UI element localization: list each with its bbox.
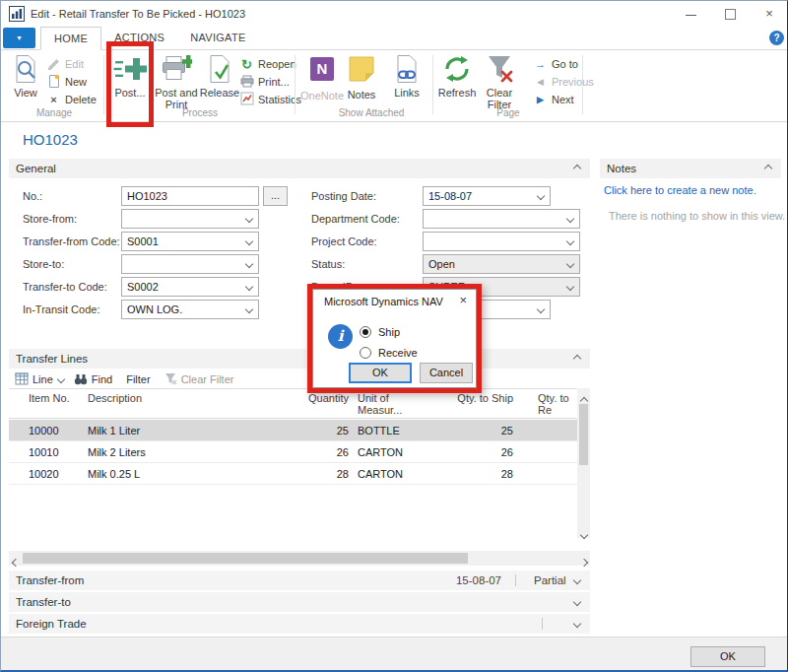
radio-ship[interactable]: [360, 326, 371, 338]
combo-chevron-icon: [245, 215, 253, 223]
edit-button[interactable]: Edit: [46, 56, 84, 72]
combo-chevron-icon: [245, 283, 253, 291]
find-button[interactable]: Find: [92, 373, 112, 385]
table-vertical-scrollbar[interactable]: [577, 388, 590, 538]
column-header-uom[interactable]: Unit of Measur...: [358, 392, 415, 416]
new-button[interactable]: New: [46, 74, 87, 90]
scrollbar-thumb[interactable]: [579, 404, 588, 465]
radio-ship-label[interactable]: Ship: [378, 326, 400, 338]
scrollbar-thumb[interactable]: [23, 553, 468, 564]
clear-filter-lines-button[interactable]: Clear Filter: [181, 373, 234, 385]
scroll-up-icon[interactable]: [577, 390, 590, 403]
dialog-cancel-button[interactable]: Cancel: [420, 363, 473, 383]
radio-receive[interactable]: [360, 347, 371, 359]
printer-plus-icon: [154, 54, 199, 85]
maximize-button[interactable]: [715, 1, 745, 27]
notes-panel-header[interactable]: Notes: [600, 159, 781, 178]
release-button[interactable]: Release: [199, 54, 240, 99]
group-label-manage: Manage: [7, 107, 101, 118]
combo-chevron-icon: [537, 305, 545, 313]
tab-home[interactable]: HOME: [40, 27, 101, 50]
in-transit-code-field[interactable]: OWN LOG.: [121, 300, 259, 319]
refresh-arrows-icon: [434, 54, 480, 85]
table-row[interactable]: 10000 Milk 1 Liter 25 BOTTLE 25: [9, 420, 577, 441]
refresh-button[interactable]: Refresh: [434, 54, 480, 99]
fasttab-general[interactable]: General: [9, 159, 590, 178]
view-button[interactable]: View: [7, 54, 44, 99]
fasttab-transfer-lines[interactable]: Transfer Lines: [9, 349, 590, 369]
table-horizontal-scrollbar[interactable]: [9, 551, 590, 566]
column-header-qty-to-receive[interactable]: Qty. to Re: [538, 392, 579, 416]
previous-button[interactable]: ◀ Previous: [533, 74, 594, 90]
scroll-right-icon[interactable]: [577, 552, 590, 565]
clear-filter-button[interactable]: Clear Filter: [478, 54, 521, 110]
tab-navigate[interactable]: NAVIGATE: [177, 27, 258, 50]
no-field[interactable]: HO1023: [121, 186, 259, 206]
table-row[interactable]: 10010 Milk 2 Liters 26 CARTON 26: [9, 441, 577, 463]
minimize-button[interactable]: [676, 1, 705, 27]
combo-chevron-icon: [566, 283, 574, 291]
no-assist-button[interactable]: ...: [263, 186, 288, 206]
scroll-left-icon[interactable]: [9, 552, 22, 565]
column-header-item-no[interactable]: Item No.: [29, 392, 83, 404]
help-icon[interactable]: ?: [769, 31, 784, 45]
onenote-button[interactable]: N OneNote: [296, 54, 348, 101]
close-button[interactable]: ×: [753, 1, 786, 27]
print-button[interactable]: Print...: [239, 74, 290, 90]
project-code-field[interactable]: [423, 232, 580, 251]
expand-icon: [573, 620, 581, 628]
close-icon: ×: [765, 6, 773, 21]
fasttab-foreign-trade[interactable]: Foreign Trade: [9, 614, 590, 634]
divider: [542, 618, 543, 630]
delete-button[interactable]: × Delete: [46, 92, 97, 107]
table-row[interactable]: 10020 Milk 0.25 L 28 CARTON 28: [9, 463, 577, 485]
field-label-store-from: Store-from:: [23, 213, 77, 225]
field-label-transfer-from-code: Transfer-from Code:: [23, 235, 120, 247]
field-label-store-to: Store-to:: [23, 258, 64, 270]
statistics-button[interactable]: Statistics: [239, 92, 301, 107]
column-header-description[interactable]: Description: [88, 392, 285, 404]
tab-actions[interactable]: ACTIONS: [101, 27, 177, 50]
links-button[interactable]: Links: [387, 54, 427, 99]
dialog-ok-button[interactable]: OK: [349, 363, 412, 383]
chevron-down-icon: ▼: [16, 34, 23, 41]
dialog-title: Microsoft Dynamics NAV: [324, 296, 443, 307]
reopen-arrow-icon: ↻: [239, 57, 254, 72]
window-title: Edit - Retail Transfer To Be Picked - HO…: [31, 8, 245, 20]
scroll-down-icon[interactable]: [577, 524, 590, 537]
column-header-quantity[interactable]: Quantity: [280, 392, 349, 404]
filter-button[interactable]: Filter: [126, 373, 150, 385]
ribbon-separator: [103, 55, 104, 114]
transfer-from-code-field[interactable]: S0001: [121, 232, 259, 251]
transfer-to-code-field[interactable]: S0002: [121, 277, 259, 297]
post-and-print-button[interactable]: Post and Print: [154, 54, 199, 110]
fasttab-transfer-from[interactable]: Transfer-from 15-08-07 Partial: [9, 571, 590, 590]
transfer-from-date: 15-08-07: [442, 571, 501, 590]
department-code-field[interactable]: [423, 209, 580, 229]
line-menu-button[interactable]: Line: [33, 373, 53, 385]
onenote-icon: N: [296, 54, 348, 88]
arrow-right-triangle-icon: ▶: [533, 95, 548, 104]
fasttab-transfer-to[interactable]: Transfer-to: [9, 592, 590, 612]
post-button[interactable]: Post...: [108, 54, 152, 99]
reopen-button[interactable]: ↻ Reopen: [239, 56, 296, 72]
dialog-close-button[interactable]: ×: [459, 293, 467, 307]
app-logo-icon: [9, 6, 25, 26]
column-header-qty-to-ship[interactable]: Qty. to Ship: [423, 392, 513, 404]
ok-button[interactable]: OK: [690, 646, 765, 667]
app-window: Edit - Retail Transfer To Be Picked - HO…: [0, 0, 788, 672]
store-from-field[interactable]: [121, 209, 259, 229]
arrow-left-icon: ◀: [533, 77, 548, 87]
next-button[interactable]: ▶ Next: [533, 92, 574, 107]
posting-date-field[interactable]: 15-08-07: [423, 186, 551, 206]
create-note-link[interactable]: Click here to create a new note.: [604, 184, 756, 196]
dialog-microsoft-dynamics-nav: Microsoft Dynamics NAV × i Ship Receive …: [312, 289, 477, 388]
store-to-field[interactable]: [121, 254, 259, 274]
radio-receive-label[interactable]: Receive: [378, 347, 418, 359]
notes-button[interactable]: Notes: [342, 54, 381, 101]
field-label-department-code: Department Code:: [311, 213, 400, 225]
application-menu-button[interactable]: ▼: [3, 28, 35, 48]
go-to-button[interactable]: → Go to: [533, 56, 578, 72]
combo-chevron-icon: [245, 305, 253, 313]
combo-chevron-icon: [566, 260, 574, 268]
